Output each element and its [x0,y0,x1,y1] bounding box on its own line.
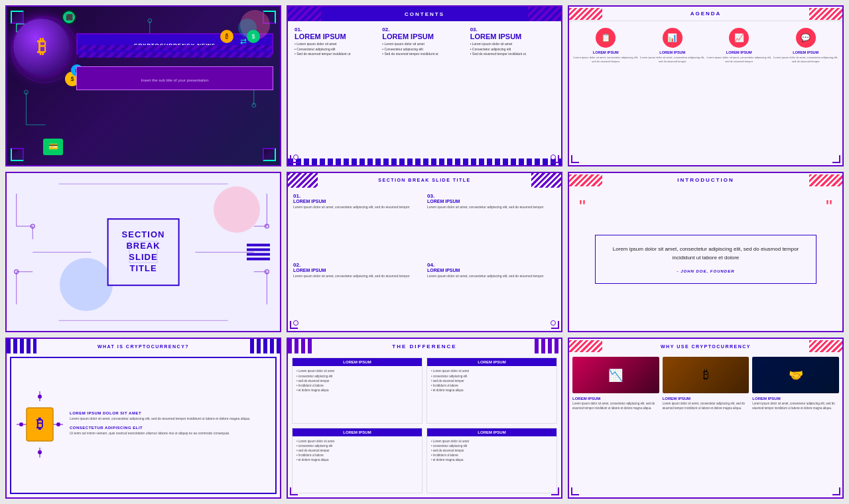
slide-title: CONTENTS [405,7,444,21]
diff-grid: LOREM IPSUM • Lorem ipsum dolor sit amet… [288,353,561,497]
quote-box: Lorem ipsum dolor sit amet, consectetur … [595,235,817,284]
title-3: LOREM IPSUM [427,199,556,204]
accent-right [531,173,561,188]
accent-left [7,339,36,353]
section-title-box: SECTION BREAKSLIDE TITLE [129,241,158,263]
num-3: 03. [427,193,556,199]
label-col-3: LOREM IPSUM Lorem ipsum dolor sit amet, … [752,397,839,411]
hand-icon: 🤝 [789,368,803,383]
slide-header: AGENDA [569,7,842,21]
labels-row: LOREM IPSUM Lorem ipsum dolor sit amet, … [569,397,842,411]
bitcoin-symbol: ₿ [37,36,46,58]
diff-box-3: LOREM IPSUM • Lorem ipsum dolor sit amet… [292,428,423,493]
svg-point-14 [31,224,34,228]
slide-title: INTRODUCTION [677,173,734,188]
agenda-item-2: 📊 LOREM IPSUM Lorem ipsum dolor sit amet… [639,28,706,63]
corner-br [263,148,276,161]
col-title-2: LOREM IPSUM [382,32,466,40]
item-01: 01. LOREM IPSUM Lorem ipsum dolor sit am… [293,193,422,257]
stripe-left [569,174,602,186]
col-2: 02. LOREM IPSUM • Lorem ipsum dolor sit … [382,27,466,153]
diff-body-1: • Lorem ipsum dolor sit amet • consectet… [293,366,422,395]
num-4: 04. [427,262,556,268]
stripe-left [288,339,314,353]
corner-br [832,155,840,163]
subtitle-bar: Insert the sub title of your presentatio… [76,66,273,90]
desc-3: Lorem ipsum dolor sit amet, consectetur … [427,205,556,210]
slide-8: THE DIFFERENCE LOREM IPSUM • Lorem ipsum… [287,338,562,499]
col-bullet-2: • Lorem ipsum dolor sit amet• Consectetu… [382,42,466,57]
slide-header: SECTION BREAK SLIDE TITLE [288,173,561,188]
diff-body-4: • Lorem ipsum dolor sit amet • consectet… [427,436,556,466]
col-title-3: LOREM IPSUM [470,32,555,40]
btc-icon-wrapper: ₿ [17,391,63,460]
slide-9: WHY USE CRYPTOCURRENCY 📉 ₿ 🤝 LOREM IPSUM… [568,338,844,499]
stripe-right [535,339,561,353]
deco-blue [60,258,113,311]
corner-bl [571,155,579,163]
content-grid: 01. LOREM IPSUM Lorem ipsum dolor sit am… [288,188,561,332]
svg-point-17 [15,269,19,273]
dollar-circle: $ [247,30,260,43]
col-num-2: 02. [382,27,466,32]
quote-text: Lorem ipsum dolor sit amet, consectetur … [606,245,807,263]
diff-body-2: • Lorem ipsum dolor sit amet • consectet… [427,366,556,395]
col-bullet-3: • Lorem ipsum dolor sit amet• Consectetu… [470,42,555,57]
svg-point-35 [38,450,42,454]
accent-right [250,339,280,353]
diff-header-1: LOREM IPSUM [293,358,422,366]
slide-header: INTRODUCTION [569,173,842,188]
agenda-icons: 📋 LOREM IPSUM Lorem ipsum dolor sit amet… [569,21,842,66]
svg-point-7 [252,103,256,107]
col-bullet-1: • Lorem ipsum dolor sit amet• Consectetu… [294,42,379,57]
diff-header-3: LOREM IPSUM [293,428,422,436]
section-title: SECTION BREAKSLIDE TITLE [107,218,180,286]
section-2-body: Ut enim ad minim veniam, quis nostrud ex… [70,431,270,436]
images-row: 📉 ₿ 🤝 [569,353,842,397]
arrows-icon: ⇄ [240,36,247,46]
svg-point-36 [19,422,23,426]
agenda-item-3: 📈 LOREM IPSUM Lorem ipsum dolor sit amet… [706,28,773,63]
item-04: 04. LOREM IPSUM Lorem ipsum dolor sit am… [427,262,556,326]
bitcoin-icon: ₿ [703,368,709,382]
small-btc: ₿ [220,30,233,43]
dot-bl [293,155,298,160]
stripe-right [809,340,842,352]
quote-author: - JOHN DOE, FOUNDER [606,269,807,273]
col-title-1: LOREM IPSUM [294,32,379,40]
slide-2: CONTENTS 01. LOREM IPSUM • Lorem ipsum d… [287,5,562,166]
desc-1: Lorem ipsum dolor sit amet, consectetur … [572,56,639,63]
stripe-left [569,340,602,352]
item-03: 03. LOREM IPSUM Lorem ipsum dolor sit am… [427,193,556,257]
slide-header: CONTENTS [288,7,561,21]
close-quote: " [826,198,832,216]
col-1: 01. LOREM IPSUM • Lorem ipsum dolor sit … [294,27,379,153]
corner-br [832,487,840,495]
chip-icon: ⬛ [62,10,76,25]
desc-2: Lorem ipsum dolor sit amet, consectetur … [293,274,422,279]
item-02: 02. LOREM IPSUM Lorem ipsum dolor sit am… [293,262,422,326]
svg-text:₿: ₿ [36,416,43,431]
desc-4: Lorem ipsum dolor sit amet, consectetur … [773,56,840,63]
content-frame: ₿ LOREM IPSUM DOLOR SIT AMET Lorem ipsum… [10,357,277,494]
slide-header: WHAT IS CRYPTOCURRENCY? [7,339,280,353]
image-3: 🤝 [752,357,839,393]
corner-bl [11,148,24,161]
label-4: LOREM IPSUM [793,50,818,54]
stripe-left [288,7,321,21]
deco-pink [214,186,260,233]
slide-5: SECTION BREAK SLIDE TITLE 01. LOREM IPSU… [287,172,562,333]
text-content: LOREM IPSUM DOLOR SIT AMET Lorem ipsum d… [70,411,270,440]
diff-header-2: LOREM IPSUM [427,358,556,366]
num-2: 02. [293,262,422,268]
num-1: 01. [293,193,422,199]
circuit-icon-bg: ₿ [17,391,63,458]
stripe-right [528,7,561,21]
icon-2: 📊 [663,28,683,48]
slide-subtitle: Insert the sub title of your presentatio… [141,78,208,82]
slide-title: AGENDA [690,7,722,21]
col-num-3: 03. [470,27,555,32]
image-2: ₿ [663,357,750,393]
lbl-desc-1: Lorem ipsum dolor sit amet, consectetur … [572,402,659,411]
label-col-2: LOREM IPSUM Lorem ipsum dolor sit amet, … [663,397,750,411]
